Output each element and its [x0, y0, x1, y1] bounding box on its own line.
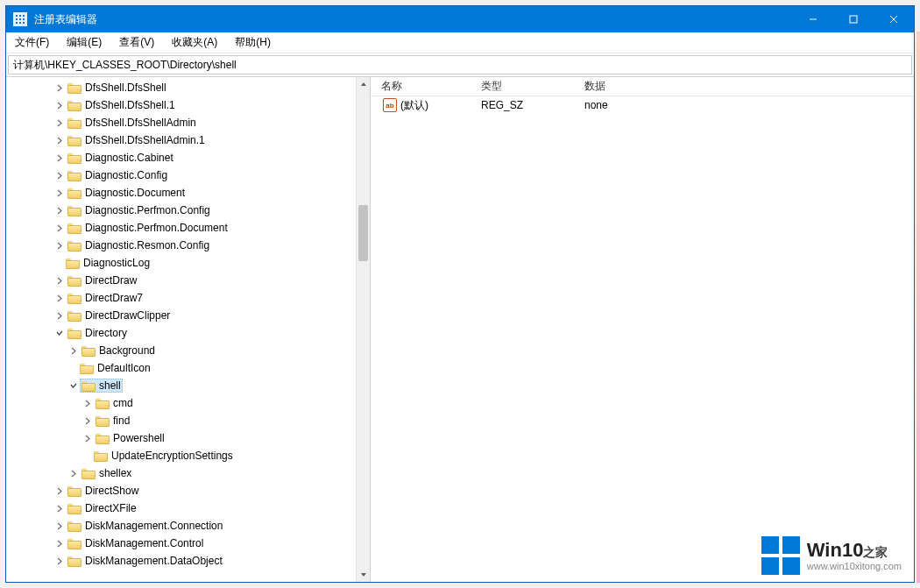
folder-icon	[67, 134, 81, 146]
registry-tree[interactable]: DfsShell.DfsShellDfsShell.DfsShell.1DfsS…	[6, 77, 356, 571]
tree-scrollbar[interactable]	[356, 77, 370, 582]
chevron-right-icon[interactable]	[53, 135, 64, 145]
folder-icon	[67, 187, 81, 199]
tree-node[interactable]: DfsShell.DfsShellAdmin.1	[6, 131, 356, 149]
menu-help[interactable]: 帮助(H)	[226, 32, 280, 53]
svg-rect-1	[850, 16, 857, 23]
tree-node[interactable]: Directory	[6, 324, 356, 342]
tree-node-label: DfsShell.DfsShellAdmin.1	[85, 134, 205, 146]
main-body: DfsShell.DfsShellDfsShell.DfsShell.1DfsS…	[6, 76, 914, 582]
string-value-icon: ab	[383, 98, 397, 112]
tree-node[interactable]: DirectDraw7	[6, 289, 356, 307]
values-list[interactable]: ab(默认)REG_SZnone	[371, 96, 914, 114]
tree-node[interactable]: DiskManagement.Control	[6, 535, 356, 552]
menu-edit[interactable]: 编辑(E)	[58, 32, 110, 53]
scroll-down-button[interactable]	[357, 568, 370, 582]
chevron-down-icon[interactable]	[67, 380, 78, 391]
minimize-button[interactable]	[793, 6, 833, 32]
chevron-right-icon[interactable]	[53, 223, 64, 233]
tree-node[interactable]: find	[6, 412, 356, 429]
tree-node[interactable]: DiskManagement.DataObject	[6, 552, 356, 570]
folder-icon	[94, 450, 108, 462]
chevron-right-icon[interactable]	[53, 82, 64, 93]
tree-node-label: DirectShow	[85, 485, 138, 497]
window-title: 注册表编辑器	[34, 12, 793, 27]
tree-node[interactable]: Diagnostic.Cabinet	[6, 149, 356, 166]
chevron-right-icon[interactable]	[53, 275, 64, 286]
column-header-name[interactable]: 名称	[371, 76, 474, 96]
tree-node[interactable]: DirectDrawClipper	[6, 307, 356, 324]
chevron-right-icon[interactable]	[53, 293, 64, 303]
tree-node-label: Diagnostic.Config	[85, 169, 167, 181]
menu-file[interactable]: 文件(F)	[6, 32, 58, 53]
title-bar[interactable]: 注册表编辑器	[6, 6, 914, 32]
tree-node-label: DiagnosticLog	[83, 257, 150, 269]
chevron-down-icon[interactable]	[53, 328, 64, 338]
tree-node-label: Background	[99, 344, 155, 357]
chevron-right-icon[interactable]	[53, 310, 64, 321]
windows-logo-icon	[761, 536, 800, 575]
value-row[interactable]: ab(默认)REG_SZnone	[371, 96, 914, 114]
chevron-right-icon[interactable]	[67, 345, 78, 356]
folder-icon	[96, 397, 110, 409]
tree-node[interactable]: shell	[6, 377, 356, 394]
column-header-data[interactable]: 数据	[577, 76, 914, 96]
tree-node[interactable]: DirectDraw	[6, 272, 356, 289]
tree-node-label: Diagnostic.Cabinet	[85, 152, 173, 164]
folder-icon	[81, 344, 96, 357]
folder-icon	[67, 81, 81, 94]
tree-node[interactable]: DefaultIcon	[6, 359, 356, 377]
chevron-right-icon[interactable]	[53, 170, 64, 181]
tree-node[interactable]: DfsShell.DfsShell.1	[6, 96, 356, 114]
chevron-right-icon[interactable]	[53, 503, 64, 514]
chevron-right-icon[interactable]	[53, 485, 64, 496]
chevron-right-icon[interactable]	[53, 152, 64, 163]
address-bar[interactable]: 计算机\HKEY_CLASSES_ROOT\Directory\shell	[8, 55, 912, 74]
chevron-right-icon[interactable]	[53, 205, 64, 216]
chevron-right-icon[interactable]	[81, 433, 92, 443]
menu-favorites[interactable]: 收藏夹(A)	[163, 32, 226, 53]
folder-icon	[67, 309, 81, 322]
tree-node[interactable]: DiskManagement.Connection	[6, 517, 356, 535]
tree-node[interactable]: DfsShell.DfsShellAdmin	[6, 114, 356, 131]
chevron-right-icon[interactable]	[81, 398, 92, 408]
tree-node[interactable]: Powershell	[6, 429, 356, 447]
tree-node[interactable]: shellex	[6, 464, 356, 482]
tree-node[interactable]: Diagnostic.Perfmon.Document	[6, 219, 356, 237]
tree-node[interactable]: DiagnosticLog	[6, 254, 356, 272]
values-header[interactable]: 名称 类型 数据	[371, 77, 914, 96]
folder-icon	[67, 222, 81, 234]
folder-icon	[67, 239, 81, 251]
chevron-right-icon[interactable]	[81, 415, 92, 426]
tree-node[interactable]: Diagnostic.Perfmon.Config	[6, 202, 356, 219]
folder-icon	[67, 327, 81, 339]
chevron-right-icon[interactable]	[53, 100, 64, 110]
tree-node[interactable]: UpdateEncryptionSettings	[6, 447, 356, 464]
folder-icon	[96, 414, 110, 427]
tree-node-label: find	[113, 414, 130, 427]
tree-node[interactable]: DfsShell.DfsShell	[6, 79, 356, 96]
watermark-url: www.win10xitong.com	[807, 561, 902, 571]
chevron-right-icon[interactable]	[67, 468, 78, 478]
tree-node[interactable]: cmd	[6, 394, 356, 412]
tree-node[interactable]: Diagnostic.Document	[6, 184, 356, 202]
chevron-right-icon[interactable]	[53, 538, 64, 549]
value-name: (默认)	[400, 98, 428, 113]
tree-node[interactable]: Diagnostic.Config	[6, 166, 356, 184]
close-button[interactable]	[874, 6, 914, 32]
chevron-right-icon[interactable]	[53, 556, 64, 566]
menu-view[interactable]: 查看(V)	[110, 32, 163, 53]
tree-node[interactable]: DirectShow	[6, 482, 356, 499]
column-header-type[interactable]: 类型	[474, 76, 577, 96]
maximize-button[interactable]	[833, 6, 874, 32]
chevron-right-icon[interactable]	[53, 117, 64, 128]
scroll-up-button[interactable]	[357, 77, 370, 91]
tree-node[interactable]: Diagnostic.Resmon.Config	[6, 237, 356, 254]
tree-node-label: Diagnostic.Perfmon.Document	[85, 222, 228, 234]
tree-node[interactable]: Background	[6, 342, 356, 359]
chevron-right-icon[interactable]	[53, 521, 64, 531]
tree-node[interactable]: DirectXFile	[6, 499, 356, 517]
scrollbar-thumb[interactable]	[358, 205, 368, 261]
chevron-right-icon[interactable]	[53, 188, 64, 198]
chevron-right-icon[interactable]	[53, 240, 64, 251]
